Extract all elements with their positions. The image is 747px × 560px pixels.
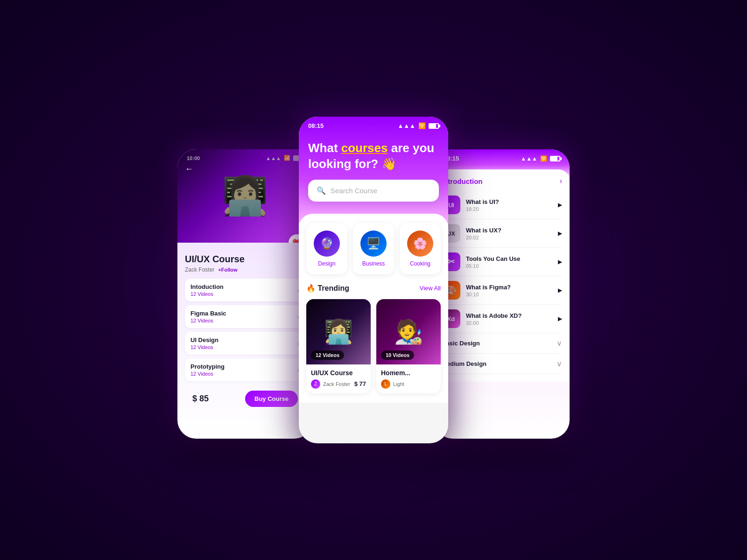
category-design[interactable]: 🔮 Design [306, 223, 347, 274]
card-body-uiux: UI/UX Course Z Zack Foster $ 77 [306, 364, 371, 393]
basic-design-header: Basic Design ∨ [442, 339, 562, 348]
left-status-icons: ▲▲▲ 📶 [266, 155, 303, 161]
lesson-figma-name: What is Figma? [466, 284, 552, 291]
section-item-figma[interactable]: Figma Basic 12 Videos › [185, 305, 305, 328]
collapse-icon-basic: ∨ [557, 339, 562, 348]
section-list: Intoduction 12 Videos › Figma Basic 12 V… [185, 279, 305, 381]
author-name-2: Light [393, 381, 404, 387]
lesson-xd[interactable]: Xd What is Adobe XD? 32:00 ▶ [442, 305, 562, 333]
phone-left: 10:00 ▲▲▲ 📶 ← ❤️ UI/UX Course Zack Foste… [177, 149, 313, 439]
category-cooking[interactable]: 🌸 Cooking [400, 223, 441, 274]
lesson-ui-duration: 18:20 [466, 206, 552, 212]
trending-cards: 👩‍💻 12 Videos UI/UX Course Z Zack Foster… [306, 299, 441, 393]
author-name: Zack Foster [185, 266, 214, 273]
signal-icon: ▲▲▲ [397, 122, 416, 129]
author-row: Zack Foster +Follow [185, 266, 305, 273]
lesson-ux-duration: 20:02 [466, 235, 552, 240]
design-category-icon: 🔮 [314, 231, 340, 257]
lesson-tools-duration: 05:10 [466, 263, 552, 269]
author-avatar-2: L [381, 379, 390, 389]
left-time: 10:00 [187, 155, 200, 161]
card-image-uiux: 👩‍💻 12 Videos [306, 299, 371, 364]
card-title-home: Homem... [381, 369, 436, 377]
search-input-placeholder: Search Course [331, 187, 377, 195]
business-category-icon: 🖥️ [360, 231, 387, 257]
business-label: Business [357, 260, 390, 267]
trending-card-uiux[interactable]: 👩‍💻 12 Videos UI/UX Course Z Zack Foster… [306, 299, 371, 393]
follow-button[interactable]: +Follow [218, 267, 237, 273]
play-button-ux[interactable]: ▶ [558, 230, 562, 237]
lesson-figma-info: What is Figma? 30:10 [466, 284, 552, 297]
play-button-ui[interactable]: ▶ [558, 202, 562, 208]
lesson-ux-info: What is UX? 20:02 [466, 227, 552, 240]
section-item-prototyping[interactable]: Prototyping 12 Videos › [185, 358, 305, 381]
lesson-ui-info: What is UI? 18:20 [466, 198, 552, 212]
left-body: UI/UX Course Zack Foster +Follow Intoduc… [177, 243, 313, 420]
right-status-icons: ▲▲▲ 🛜 [521, 155, 560, 162]
right-body: Introduction › UI What is UI? 18:20 ▶ UX [434, 169, 570, 382]
card-price: $ 77 [354, 380, 366, 387]
cooking-label: Cooking [403, 260, 437, 267]
back-button[interactable]: ← [185, 164, 193, 174]
lesson-ux-name: What is UX? [466, 227, 552, 234]
card-author-2: L Light [381, 379, 404, 389]
lesson-tools[interactable]: ✂ Tools You Can Use 05:10 ▶ [442, 248, 562, 276]
wifi-icon: 📶 [284, 155, 290, 161]
view-all-button[interactable]: View All [420, 285, 441, 292]
wifi-icon: 🛜 [540, 155, 547, 162]
lesson-tools-name: Tools You Can Use [466, 255, 552, 262]
left-footer: $ 85 Buy Course [185, 385, 305, 413]
phone-right: 08:15 ▲▲▲ 🛜 Introduction › UI What is UI [434, 149, 570, 439]
categories-row: 🔮 Design 🖥️ Business 🌸 Cooking [306, 223, 441, 274]
section-item-introduction[interactable]: Intoduction 12 Videos › [185, 279, 305, 301]
center-status-icons: ▲▲▲ 🛜 [397, 122, 439, 129]
card-title-uiux: UI/UX Course [311, 369, 366, 377]
card-body-home: Homem... L Light [376, 364, 441, 393]
trending-title: 🔥 Trending [306, 284, 349, 293]
play-button-figma[interactable]: ▶ [558, 287, 562, 294]
signal-icon: ▲▲▲ [521, 155, 537, 162]
battery-icon [550, 156, 560, 161]
center-status-bar: 08:15 ▲▲▲ 🛜 [299, 117, 448, 133]
search-icon: 🔍 [317, 186, 326, 195]
lesson-tools-info: Tools You Can Use 05:10 [466, 255, 552, 269]
course-title: UI/UX Course [185, 254, 305, 265]
lesson-figma[interactable]: 🎨 What is Figma? 30:10 ▶ [442, 276, 562, 305]
collapsible-medium-design[interactable]: Medium Design ∨ [442, 354, 562, 374]
left-status-bar: 10:00 ▲▲▲ 📶 [177, 149, 313, 165]
medium-design-title: Medium Design [442, 360, 486, 367]
headline-part1: What [308, 141, 341, 155]
right-status-bar: 08:15 ▲▲▲ 🛜 [434, 149, 570, 166]
collapsible-basic-design[interactable]: Basic Design ∨ [442, 333, 562, 354]
card-image-home: 🧑‍🎨 10 Videos [376, 299, 441, 364]
lesson-figma-duration: 30:10 [466, 292, 552, 297]
author-name: Zack Foster [323, 381, 350, 387]
section-item-uidesign[interactable]: UI Design 12 Videos › [185, 332, 305, 355]
card-author-row: Z Zack Foster $ 77 [311, 379, 366, 389]
design-label: Design [310, 260, 344, 267]
wifi-icon: 🛜 [418, 122, 426, 129]
card-author-row-2: L Light [381, 379, 436, 389]
lesson-xd-info: What is Adobe XD? 32:00 [466, 312, 552, 326]
battery-icon [429, 123, 439, 129]
center-time: 08:15 [308, 122, 324, 129]
intro-section-header: Introduction › [442, 177, 562, 185]
play-button-xd[interactable]: ▶ [558, 315, 562, 322]
course-price: $ 85 [192, 394, 209, 404]
video-count-badge: 12 Videos [311, 350, 344, 360]
category-business[interactable]: 🖥️ Business [353, 223, 394, 274]
intro-chevron-icon[interactable]: › [560, 177, 562, 185]
signal-icon: ▲▲▲ [266, 155, 281, 161]
phone-center: 08:15 ▲▲▲ 🛜 What courses are youlooking … [299, 117, 448, 443]
lesson-ux[interactable]: UX What is UX? 20:02 ▶ [442, 219, 562, 248]
phones-container: 10:00 ▲▲▲ 📶 ← ❤️ UI/UX Course Zack Foste… [177, 117, 570, 443]
lesson-xd-name: What is Adobe XD? [466, 312, 552, 319]
center-body: 🔮 Design 🖥️ Business 🌸 Cooking [299, 214, 448, 403]
play-button-tools[interactable]: ▶ [558, 259, 562, 265]
lesson-ui[interactable]: UI What is UI? 18:20 ▶ [442, 191, 562, 219]
course-hero-image: 10:00 ▲▲▲ 📶 ← ❤️ [177, 149, 313, 243]
buy-course-button[interactable]: Buy Course [245, 391, 298, 407]
trending-card-home[interactable]: 🧑‍🎨 10 Videos Homem... L Light [376, 299, 441, 393]
search-bar[interactable]: 🔍 Search Course [308, 180, 439, 202]
search-bar-container: 🔍 Search Course [299, 172, 448, 209]
